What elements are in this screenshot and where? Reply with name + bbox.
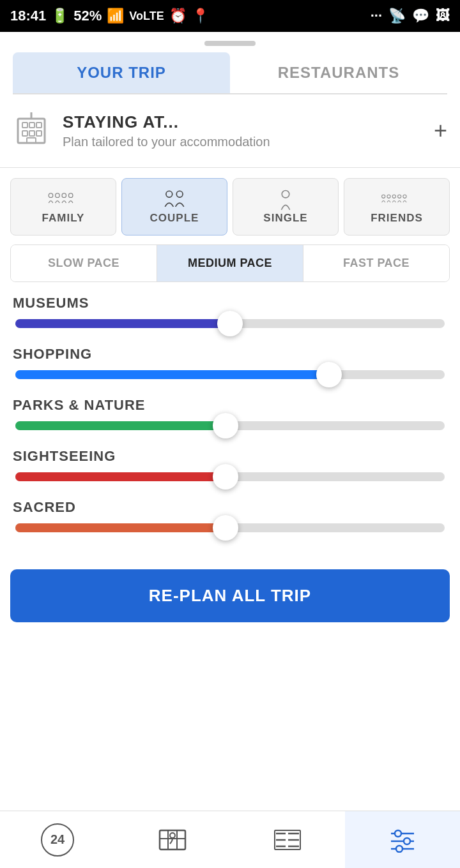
drag-handle [204,41,256,46]
parks-label: PARKS & NATURE [13,397,447,414]
nav-24-circle: 24 [41,823,74,857]
battery-percent: 52% [73,8,102,24]
battery-icon: 🔋 [51,8,68,24]
svg-point-19 [398,195,401,198]
sacred-label: SACRED [13,499,447,516]
friends-label: FRIENDS [371,212,423,225]
museums-fill [15,319,230,328]
group-btn-couple[interactable]: COUPLE [121,178,227,236]
sightseeing-track[interactable] [15,472,445,481]
gallery-icon: 🖼 [436,8,450,24]
svg-point-35 [396,846,402,852]
parks-thumb[interactable] [213,413,238,438]
single-icon [269,189,302,212]
nav-spacer [0,635,460,692]
parks-track[interactable] [15,421,445,430]
sacred-fill [15,523,226,532]
more-dots: ··· [371,8,382,24]
group-type-selector: FAMILY COUPLE SINGLE [10,178,450,236]
svg-point-12 [68,193,73,198]
staying-at-section: STAYING AT... Plan tailored to your acco… [0,94,460,168]
slider-group-sacred: SACRED [13,499,447,532]
slider-group-parks: PARKS & NATURE [13,397,447,430]
sightseeing-thumb[interactable] [213,464,238,490]
nav-item-24[interactable]: 24 [0,811,115,868]
slider-group-shopping: SHOPPING [13,346,447,379]
svg-point-13 [166,191,172,197]
svg-point-17 [387,195,390,198]
family-icon [47,189,80,212]
pace-btn-fast[interactable]: FAST PACE [303,245,449,281]
museums-label: MUSEUMS [13,295,447,311]
location-icon: 📍 [192,8,209,24]
shopping-label: SHOPPING [13,346,447,363]
nav-item-list[interactable] [230,811,345,868]
pace-btn-medium[interactable]: MEDIUM PACE [157,245,303,281]
svg-rect-4 [22,131,27,136]
svg-point-9 [49,193,53,198]
replan-button[interactable]: RE-PLAN ALL TRIP [10,569,450,622]
svg-point-16 [382,195,385,198]
pace-selector: SLOW PACE MEDIUM PACE FAST PACE [10,244,450,282]
svg-point-22 [170,833,175,838]
svg-point-31 [395,830,401,837]
couple-icon [158,189,191,212]
family-label: FAMILY [42,212,85,225]
shopping-track[interactable] [15,370,445,379]
pace-btn-slow[interactable]: SLOW PACE [11,245,157,281]
slider-group-sightseeing: SIGHTSEEING [13,448,447,481]
network-label: VoLTE [129,10,164,23]
museums-track[interactable] [15,319,445,328]
svg-rect-6 [36,131,42,136]
couple-label: COUPLE [150,212,199,225]
staying-subtitle: Plan tailored to your accommodation [63,135,270,149]
shopping-thumb[interactable] [316,362,342,387]
svg-rect-5 [29,131,34,136]
svg-point-18 [392,195,395,198]
sacred-track[interactable] [15,523,445,532]
svg-rect-3 [36,123,42,128]
museums-thumb[interactable] [217,311,243,336]
group-btn-friends[interactable]: FRIENDS [344,178,450,236]
svg-point-20 [403,195,406,198]
staying-text: STAYING AT... Plan tailored to your acco… [63,112,270,149]
sightseeing-label: SIGHTSEEING [13,448,447,465]
bottom-nav: 24 [0,811,460,868]
whatsapp-icon: 💬 [412,8,429,24]
nav-item-map[interactable] [115,811,230,868]
hotel-icon [13,110,50,152]
svg-point-14 [176,191,183,197]
group-btn-single[interactable]: SINGLE [233,178,339,236]
tabs-container: YOUR TRIP RESTAURANTS [13,52,447,94]
sacred-thumb[interactable] [213,515,238,541]
add-accommodation-button[interactable]: + [434,117,447,144]
status-bar: 18:41 🔋 52% 📶 VoLTE ⏰ 📍 ··· 📡 💬 🖼 [0,0,460,32]
wifi-icon: 📡 [388,8,406,24]
sliders-section: MUSEUMS SHOPPING PARKS & NATURE SIGHTSEE… [0,282,460,557]
tab-your-trip[interactable]: YOUR TRIP [13,52,230,93]
svg-rect-1 [22,123,27,128]
svg-rect-2 [29,123,34,128]
svg-point-10 [56,193,60,198]
status-right: ··· 📡 💬 🖼 [371,8,450,24]
list-icon [273,827,302,853]
friends-icon [380,189,413,212]
parks-fill [15,421,226,430]
svg-point-33 [404,838,410,844]
staying-title: STAYING AT... [63,112,270,132]
svg-point-11 [62,193,66,198]
status-left: 18:41 🔋 52% 📶 VoLTE ⏰ 📍 [10,8,209,24]
tab-restaurants[interactable]: RESTAURANTS [230,52,447,93]
single-label: SINGLE [263,212,307,225]
nav-item-settings[interactable] [345,811,460,868]
alarm-icon: ⏰ [169,8,187,24]
shopping-fill [15,370,329,379]
slider-group-museums: MUSEUMS [13,295,447,328]
group-btn-family[interactable]: FAMILY [10,178,116,236]
sliders-icon [388,827,417,853]
map-icon [158,827,187,853]
time: 18:41 [10,8,46,24]
sightseeing-fill [15,472,226,481]
svg-point-15 [282,190,289,197]
signal-icon: 📶 [107,8,124,24]
